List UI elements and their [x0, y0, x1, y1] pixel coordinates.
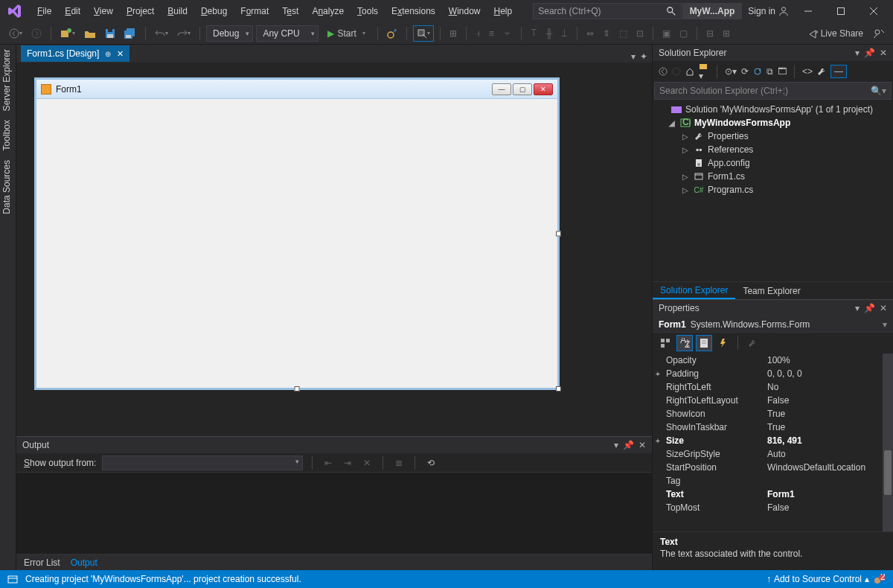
menu-view[interactable]: View [88, 3, 119, 19]
menu-build[interactable]: Build [161, 3, 193, 19]
new-project-button[interactable]: ▾ [57, 25, 78, 42]
menu-window[interactable]: Window [443, 3, 487, 19]
se-back-icon[interactable] [659, 67, 668, 76]
feedback-button[interactable] [871, 25, 887, 42]
output-body[interactable] [16, 473, 652, 554]
order-front-button[interactable]: ▣ [659, 25, 673, 42]
property-row[interactable]: RightToLeftLayoutFalse [653, 394, 893, 407]
tree-properties[interactable]: ▷Properties [657, 130, 889, 143]
align-right-button[interactable]: ⫟ [500, 25, 515, 42]
property-row[interactable]: +Size816, 491 [653, 434, 893, 447]
menu-format[interactable]: Format [234, 3, 275, 19]
property-row[interactable]: RightToLeftNo [653, 380, 893, 394]
prop-alpha-icon[interactable]: AZ [676, 335, 693, 351]
sign-in-button[interactable]: Sign in [748, 6, 789, 16]
se-code-icon[interactable]: <> [802, 66, 813, 77]
property-row[interactable]: +Padding0, 0, 0, 0 [653, 367, 893, 380]
se-dropdown-icon[interactable]: ▾ [855, 48, 860, 58]
tab-error-list[interactable]: Error List [24, 557, 60, 568]
se-view-icon[interactable]: — [830, 65, 847, 78]
nav-fwd-button[interactable] [28, 25, 45, 42]
menu-project[interactable]: Project [121, 3, 160, 19]
property-row[interactable]: SizeGripStyleAuto [653, 447, 893, 461]
close-button[interactable] [860, 1, 887, 22]
property-row[interactable]: StartPositionWindowsDefaultLocation [653, 461, 893, 474]
browser-link-button[interactable] [384, 25, 400, 42]
live-share-button[interactable]: Live Share [804, 25, 866, 42]
resize-handle-br[interactable] [556, 386, 561, 392]
undo-button[interactable]: ▾ [152, 25, 171, 42]
output-wrap-button[interactable]: ≣ [392, 455, 406, 471]
vspace-button[interactable]: ⇕ [600, 25, 613, 42]
menu-edit[interactable]: Edit [59, 3, 86, 19]
property-row[interactable]: ShowIconTrue [653, 407, 893, 421]
prop-categorized-icon[interactable] [657, 335, 673, 351]
resize-handle-mr[interactable] [556, 231, 561, 237]
menu-help[interactable]: Help [488, 3, 519, 19]
align-bottom-button[interactable]: ⟘ [558, 25, 571, 42]
properties-object-combo[interactable]: Form1 System.Windows.Forms.Form ▾ [653, 316, 893, 333]
close-tab-icon[interactable]: ✕ [117, 49, 124, 59]
property-row[interactable]: Opacity100% [653, 354, 893, 367]
se-copy-icon[interactable]: ⧉ [766, 66, 773, 77]
selection-button[interactable]: ▾ [413, 25, 434, 42]
menu-debug[interactable]: Debug [195, 3, 233, 19]
document-tab-form1[interactable]: Form1.cs [Design] ⊕ ✕ [21, 45, 129, 62]
solution-tree[interactable]: Solution 'MyWindowsFormsApp' (1 of 1 pro… [653, 100, 893, 281]
se-pin-icon[interactable]: 📌 [864, 48, 875, 58]
align-middle-button[interactable]: ╫ [543, 25, 556, 42]
tree-program[interactable]: ▷C#Program.cs [657, 183, 889, 196]
save-button[interactable] [102, 25, 118, 42]
redo-button[interactable]: ▾ [174, 25, 193, 42]
prop-events-icon[interactable] [715, 335, 732, 351]
se-refresh-icon[interactable] [753, 67, 762, 76]
pin-icon[interactable]: ⊕ [105, 50, 111, 58]
tab-team-explorer[interactable]: Team Explorer [735, 284, 807, 298]
notifications-icon[interactable]: 2 [874, 574, 886, 584]
tree-references[interactable]: ▷▪▪References [657, 143, 889, 156]
open-button[interactable] [81, 25, 99, 42]
property-row[interactable]: ShowInTaskbarTrue [653, 421, 893, 434]
properties-grid[interactable]: Opacity100%+Padding0, 0, 0, 0RightToLeft… [653, 354, 893, 531]
scrollbar[interactable] [883, 354, 893, 531]
align-top-button[interactable]: ⟙ [528, 25, 540, 42]
output-dropdown-icon[interactable]: ▾ [614, 440, 618, 450]
property-row[interactable]: TextForm1 [653, 488, 893, 501]
output-prev-button[interactable]: ⇤ [321, 455, 335, 471]
titlebar-search-input[interactable]: Search (Ctrl+Q) [533, 3, 682, 19]
se-preview-icon[interactable]: 🗔 [778, 66, 787, 77]
property-row[interactable]: TopMostFalse [653, 501, 893, 514]
config-combo[interactable]: Debug [206, 25, 253, 42]
server-explorer-tab[interactable]: Server Explorer [1, 49, 14, 111]
scrollbar-thumb[interactable] [884, 450, 892, 495]
order-back-button[interactable]: ▢ [676, 25, 691, 42]
output-pin-icon[interactable]: 📌 [623, 440, 634, 450]
lock-button[interactable]: ⊞ [720, 25, 733, 42]
se-home-icon[interactable] [685, 67, 694, 76]
nav-back-button[interactable]: ▾ [6, 25, 25, 42]
se-close-icon[interactable]: ✕ [880, 48, 887, 58]
output-next-button[interactable]: ⇥ [341, 455, 354, 471]
output-clear-button[interactable]: ✕ [360, 455, 374, 471]
center-button[interactable]: ⊡ [633, 25, 647, 42]
platform-combo[interactable]: Any CPU [256, 25, 319, 42]
se-fwd-icon[interactable] [672, 67, 681, 76]
se-properties-icon[interactable] [817, 67, 826, 76]
tab-output[interactable]: Output [71, 557, 97, 568]
se-showall-icon[interactable]: ⟳ [741, 66, 749, 77]
align-center-button[interactable]: ≡ [486, 25, 497, 42]
output-toggle-button[interactable]: ⟲ [424, 455, 438, 471]
tab-order-button[interactable]: ⊟ [703, 25, 717, 42]
se-search-input[interactable]: Search Solution Explorer (Ctrl+;) 🔍▾ [654, 82, 892, 100]
tree-appconfig[interactable]: App.config [657, 156, 889, 170]
maximize-button[interactable] [828, 1, 854, 22]
prop-props-icon[interactable] [696, 335, 712, 351]
minimize-button[interactable] [795, 1, 822, 22]
output-source-combo[interactable] [102, 456, 303, 470]
tab-solution-explorer[interactable]: Solution Explorer [653, 283, 735, 299]
data-sources-tab[interactable]: Data Sources [1, 160, 14, 214]
hspace-button[interactable]: ⇔ [583, 25, 597, 42]
menu-analyze[interactable]: Analyze [306, 3, 350, 19]
resize-handle-bm[interactable] [295, 386, 300, 392]
prop-dropdown-icon[interactable]: ▾ [855, 303, 860, 313]
